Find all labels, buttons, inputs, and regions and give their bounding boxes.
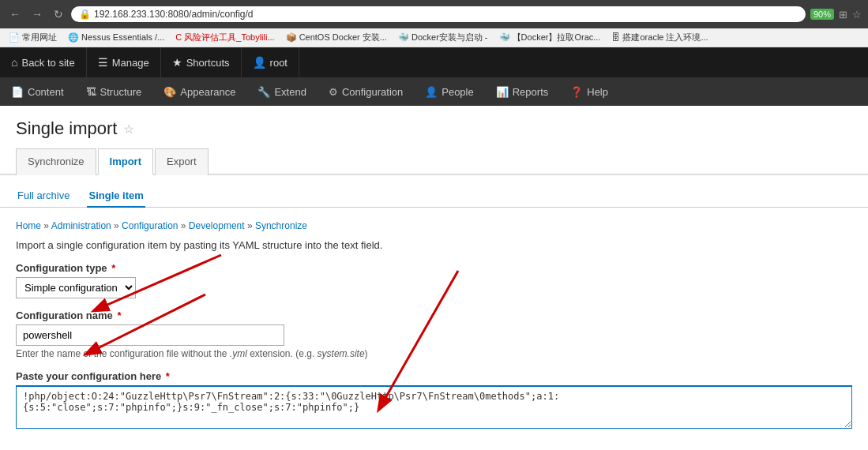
config-type-label: Configuration type * bbox=[16, 262, 852, 274]
nav-reports[interactable]: 📊 Reports bbox=[485, 77, 560, 106]
bookmark-5[interactable]: 🐳 Docker安装与启动 - bbox=[396, 31, 490, 44]
shortcuts-button[interactable]: ★ Shortcuts bbox=[161, 47, 242, 77]
content-label: Content bbox=[28, 86, 64, 98]
structure-label: Structure bbox=[100, 86, 142, 98]
lock-icon: 🔒 bbox=[79, 9, 91, 20]
breadcrumb-configuration[interactable]: Configuration bbox=[122, 220, 178, 231]
back-to-site-label: Back to site bbox=[21, 57, 74, 69]
breadcrumb-administration[interactable]: Administration bbox=[51, 220, 111, 231]
address-bar[interactable]: 🔒 192.168.233.130:8080/admin/config/d bbox=[71, 6, 806, 22]
bookmark-4[interactable]: 📦 CentOS Docker 安装... bbox=[284, 31, 389, 44]
nav-content[interactable]: 📄 Content bbox=[0, 77, 75, 106]
bookmark-1[interactable]: 📄 常用网址 bbox=[6, 31, 59, 44]
paste-config-required: * bbox=[166, 370, 170, 382]
browser-chrome: ← → ↻ 🔒 192.168.233.130:8080/admin/confi… bbox=[0, 0, 868, 28]
browser-icons: 90% ⊞ ☆ bbox=[810, 9, 862, 21]
reports-icon: 📊 bbox=[496, 86, 509, 98]
form-description: Import a single configuration item by pa… bbox=[16, 239, 852, 251]
nav-configuration[interactable]: ⚙ Configuration bbox=[318, 77, 414, 106]
help-label: Help bbox=[587, 86, 608, 98]
tab-import[interactable]: Import bbox=[98, 148, 153, 175]
paste-config-textarea[interactable] bbox=[16, 385, 852, 429]
config-type-select-wrapper: Simple configuration bbox=[16, 277, 852, 298]
star-icon[interactable]: ☆ bbox=[852, 9, 862, 21]
help-icon: ❓ bbox=[570, 86, 583, 98]
breadcrumb-home[interactable]: Home bbox=[16, 220, 41, 231]
config-name-hint-em: .yml bbox=[230, 348, 247, 359]
favorite-icon[interactable]: ☆ bbox=[123, 122, 134, 137]
back-button[interactable]: ← bbox=[6, 6, 24, 22]
content-icon: 📄 bbox=[11, 86, 24, 98]
tab-export[interactable]: Export bbox=[155, 148, 209, 175]
tab-export-label: Export bbox=[167, 156, 197, 167]
user-label: root bbox=[270, 57, 287, 69]
menu-icon: ☰ bbox=[98, 56, 108, 69]
manage-label: Manage bbox=[112, 57, 149, 69]
breadcrumb: Home » Administration » Configuration » … bbox=[16, 220, 852, 231]
config-name-input[interactable] bbox=[16, 324, 284, 346]
primary-tabs: Synchronize Import Export bbox=[0, 147, 868, 175]
configuration-label: Configuration bbox=[342, 86, 403, 98]
breadcrumb-synchronize[interactable]: Synchronize bbox=[255, 220, 307, 231]
tab-full-archive[interactable]: Full archive bbox=[16, 185, 71, 208]
config-name-hint-site: system.site bbox=[318, 348, 365, 359]
extend-label: Extend bbox=[274, 86, 306, 98]
page-title: Single import ☆ bbox=[16, 118, 852, 139]
nav-appearance[interactable]: 🎨 Appearance bbox=[152, 77, 246, 106]
page-content: Single import ☆ Synchronize Import Expor… bbox=[0, 106, 868, 450]
nav-extend[interactable]: 🔧 Extend bbox=[246, 77, 317, 106]
breadcrumb-development[interactable]: Development bbox=[189, 220, 245, 231]
forward-button[interactable]: → bbox=[28, 6, 46, 22]
nav-people[interactable]: 👤 People bbox=[414, 77, 484, 106]
config-type-required: * bbox=[111, 262, 115, 274]
back-to-site-button[interactable]: ⌂ Back to site bbox=[0, 47, 87, 77]
tab-single-item-label: Single item bbox=[88, 189, 143, 201]
appearance-icon: 🎨 bbox=[163, 86, 176, 98]
manage-button[interactable]: ☰ Manage bbox=[87, 47, 161, 77]
page-title-area: Single import ☆ bbox=[0, 106, 868, 147]
nav-help[interactable]: ❓ Help bbox=[559, 77, 619, 106]
bookmark-3[interactable]: C 风险评估工具_Tobylili... bbox=[173, 31, 276, 44]
star-icon: ★ bbox=[172, 56, 182, 69]
user-icon: 👤 bbox=[253, 56, 266, 69]
top-nav: 📄 Content 🏗 Structure 🎨 Appearance 🔧 Ext… bbox=[0, 77, 868, 106]
bookmark-7[interactable]: 🗄 搭建oracle 注入环境... bbox=[609, 31, 710, 44]
bookmark-2[interactable]: 🌐 Nessus Essentials /... bbox=[66, 32, 167, 43]
people-label: People bbox=[442, 86, 473, 98]
extend-icon: 🔧 bbox=[257, 86, 270, 98]
bookmarks-bar: 📄 常用网址 🌐 Nessus Essentials /... C 风险评估工具… bbox=[0, 28, 868, 47]
config-name-required: * bbox=[117, 309, 121, 321]
config-type-select[interactable]: Simple configuration bbox=[16, 277, 136, 298]
paste-config-label: Paste your configuration here * bbox=[16, 370, 852, 382]
configuration-icon: ⚙ bbox=[329, 86, 338, 98]
user-button[interactable]: 👤 root bbox=[242, 47, 299, 77]
reload-button[interactable]: ↻ bbox=[51, 6, 66, 22]
form-area: Home » Administration » Configuration » … bbox=[0, 208, 868, 450]
reports-label: Reports bbox=[513, 86, 549, 98]
config-name-group: Configuration name * Enter the name of t… bbox=[16, 309, 852, 359]
tab-import-label: Import bbox=[110, 156, 141, 167]
tab-synchronize[interactable]: Synchronize bbox=[16, 148, 96, 175]
nav-structure[interactable]: 🏗 Structure bbox=[75, 77, 153, 106]
percent-badge: 90% bbox=[810, 9, 834, 20]
tab-single-item[interactable]: Single item bbox=[87, 185, 145, 208]
structure-icon: 🏗 bbox=[86, 86, 96, 98]
secondary-tabs: Full archive Single item bbox=[0, 175, 868, 208]
bookmark-6[interactable]: 🐳 【Docker】拉取Orac... bbox=[497, 31, 603, 44]
home-icon: ⌂ bbox=[11, 56, 17, 69]
config-type-group: Configuration type * Simple configuratio… bbox=[16, 262, 852, 298]
tab-synchronize-label: Synchronize bbox=[28, 156, 85, 167]
appearance-label: Appearance bbox=[180, 86, 235, 98]
tab-full-archive-label: Full archive bbox=[17, 189, 70, 201]
paste-config-group: Paste your configuration here * bbox=[16, 370, 852, 431]
config-name-label: Configuration name * bbox=[16, 309, 852, 321]
admin-toolbar: ⌂ Back to site ☰ Manage ★ Shortcuts 👤 ro… bbox=[0, 47, 868, 77]
url-text: 192.168.233.130:8080/admin/config/d bbox=[94, 9, 254, 20]
shortcuts-label: Shortcuts bbox=[186, 57, 230, 69]
config-name-hint: Enter the name of the configuration file… bbox=[16, 348, 852, 359]
grid-icon: ⊞ bbox=[839, 9, 847, 21]
people-icon: 👤 bbox=[425, 86, 438, 98]
